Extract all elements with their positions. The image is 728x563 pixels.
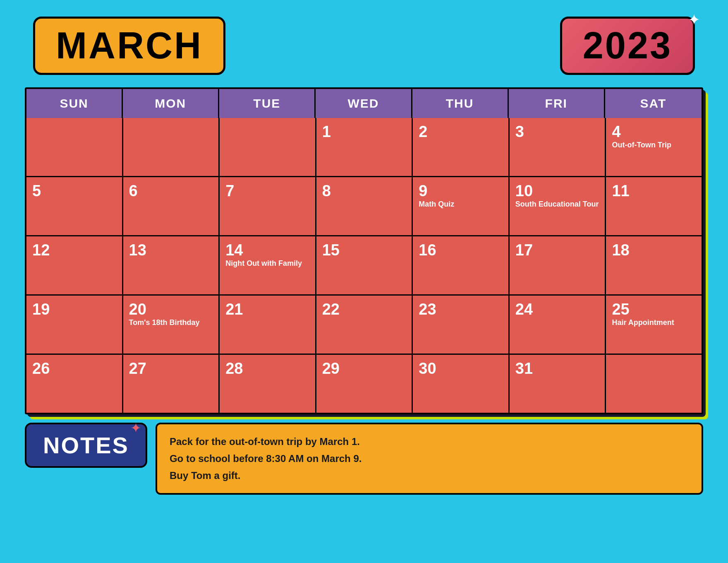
calendar-cell-w2-d1[interactable]: 13: [123, 236, 219, 294]
day-header-tue: TUE: [219, 89, 316, 118]
calendar-header: SUNMONTUEWEDTHUFRISAT: [26, 89, 702, 118]
cell-day-number: 28: [225, 360, 309, 378]
cell-day-number: 20: [129, 301, 213, 318]
cell-day-number: 17: [515, 241, 599, 259]
calendar-cell-w4-d1[interactable]: 27: [123, 355, 219, 413]
cell-day-number: 19: [32, 301, 116, 318]
year-title: 2023: [583, 24, 672, 67]
calendar-cell-w3-d1[interactable]: 20Tom's 18th Birthday: [123, 296, 219, 354]
cell-day-number: 13: [129, 241, 213, 259]
cell-day-number: 24: [515, 301, 599, 318]
notes-sparkle-icon: ✦: [130, 420, 141, 436]
cell-day-number: 12: [32, 241, 116, 259]
calendar-cell-w0-d6[interactable]: 4Out-of-Town Trip: [606, 118, 702, 176]
calendar: SUNMONTUEWEDTHUFRISAT 1234Out-of-Town Tr…: [25, 87, 703, 414]
calendar-cell-w2-d4[interactable]: 16: [413, 236, 508, 294]
cell-day-number: 30: [419, 360, 503, 378]
calendar-cell-w4-d5[interactable]: 31: [510, 355, 605, 413]
cell-day-number: 21: [225, 301, 309, 318]
cell-day-number: 3: [515, 123, 599, 141]
calendar-cell-w3-d2[interactable]: 21: [220, 296, 315, 354]
cell-day-number: 29: [322, 360, 406, 378]
cell-day-number: 15: [322, 241, 406, 259]
month-badge: MARCH: [33, 17, 225, 75]
cell-day-number: 23: [419, 301, 503, 318]
cell-event-text: South Educational Tour: [515, 200, 599, 208]
cell-day-number: 25: [612, 301, 696, 318]
calendar-cell-w0-d4[interactable]: 2: [413, 118, 508, 176]
day-header-wed: WED: [316, 89, 412, 118]
calendar-cell-w2-d6[interactable]: 18: [606, 236, 702, 294]
month-title: MARCH: [56, 24, 203, 67]
cell-day-number: 10: [515, 182, 599, 200]
cell-day-number: 9: [419, 182, 503, 200]
cell-event-text: Night Out with Family: [225, 259, 302, 267]
note-item: Go to school before 8:30 AM on March 9.: [170, 450, 689, 467]
calendar-cell-w1-d1[interactable]: 6: [123, 177, 219, 235]
cell-event-text: Tom's 18th Birthday: [129, 318, 200, 327]
cell-day-number: 31: [515, 360, 599, 378]
cell-day-number: 27: [129, 360, 213, 378]
cell-day-number: 1: [322, 123, 406, 141]
calendar-cell-w3-d4[interactable]: 23: [413, 296, 508, 354]
cell-day-number: 5: [32, 182, 116, 200]
calendar-cell-w1-d2[interactable]: 7: [220, 177, 315, 235]
day-header-sun: SUN: [26, 89, 123, 118]
calendar-cell-w1-d4[interactable]: 9Math Quiz: [413, 177, 508, 235]
note-item: Pack for the out-of-town trip by March 1…: [170, 433, 689, 450]
calendar-cell-w3-d0[interactable]: 19: [26, 296, 122, 354]
calendar-cell-w4-d3[interactable]: 29: [316, 355, 412, 413]
notes-section: NOTES ✦ Pack for the out-of-town trip by…: [25, 423, 703, 495]
calendar-cell-w4-d4[interactable]: 30: [413, 355, 508, 413]
cell-day-number: 14: [225, 241, 309, 259]
notes-content: Pack for the out-of-town trip by March 1…: [156, 423, 703, 495]
calendar-cell-w3-d3[interactable]: 22: [316, 296, 412, 354]
calendar-cell-w2-d3[interactable]: 15: [316, 236, 412, 294]
cell-day-number: 7: [225, 182, 309, 200]
cell-day-number: 18: [612, 241, 696, 259]
cell-day-number: 11: [612, 182, 696, 200]
sparkle-icon: ✦: [688, 11, 700, 29]
calendar-cell-w2-d5[interactable]: 17: [510, 236, 605, 294]
calendar-wrapper: SUNMONTUEWEDTHUFRISAT 1234Out-of-Town Tr…: [25, 87, 703, 414]
cell-event-text: Math Quiz: [419, 200, 454, 208]
calendar-cell-w0-d2[interactable]: [220, 118, 315, 176]
calendar-cell-w4-d0[interactable]: 26: [26, 355, 122, 413]
calendar-cell-w0-d1[interactable]: [123, 118, 219, 176]
note-item: Buy Tom a gift.: [170, 467, 689, 484]
calendar-cell-w1-d0[interactable]: 5: [26, 177, 122, 235]
calendar-cell-w2-d2[interactable]: 14Night Out with Family: [220, 236, 315, 294]
calendar-cell-w1-d6[interactable]: 11: [606, 177, 702, 235]
cell-event-text: Hair Appointment: [612, 318, 674, 327]
calendar-cell-w1-d3[interactable]: 8: [316, 177, 412, 235]
calendar-cell-w2-d0[interactable]: 12: [26, 236, 122, 294]
page-header: MARCH 2023 ✦: [0, 0, 728, 83]
calendar-cell-w0-d0[interactable]: [26, 118, 122, 176]
day-header-fri: FRI: [509, 89, 605, 118]
cell-day-number: 16: [419, 241, 503, 259]
calendar-cell-w3-d5[interactable]: 24: [510, 296, 605, 354]
calendar-cell-w1-d5[interactable]: 10South Educational Tour: [510, 177, 605, 235]
calendar-body: 1234Out-of-Town Trip56789Math Quiz10Sout…: [26, 118, 702, 413]
cell-day-number: 6: [129, 182, 213, 200]
notes-label: NOTES: [43, 432, 129, 459]
day-header-thu: THU: [412, 89, 509, 118]
year-badge: 2023 ✦: [560, 17, 695, 75]
cell-event-text: Out-of-Town Trip: [612, 141, 671, 149]
calendar-cell-w0-d3[interactable]: 1: [316, 118, 412, 176]
notes-badge: NOTES ✦: [25, 423, 147, 468]
cell-day-number: 22: [322, 301, 406, 318]
calendar-cell-w3-d6[interactable]: 25Hair Appointment: [606, 296, 702, 354]
day-header-sat: SAT: [605, 89, 702, 118]
calendar-cell-w4-d2[interactable]: 28: [220, 355, 315, 413]
cell-day-number: 26: [32, 360, 116, 378]
cell-day-number: 2: [419, 123, 503, 141]
calendar-cell-w4-d6[interactable]: [606, 355, 702, 413]
calendar-cell-w0-d5[interactable]: 3: [510, 118, 605, 176]
day-header-mon: MON: [123, 89, 219, 118]
cell-day-number: 8: [322, 182, 406, 200]
cell-day-number: 4: [612, 123, 696, 141]
